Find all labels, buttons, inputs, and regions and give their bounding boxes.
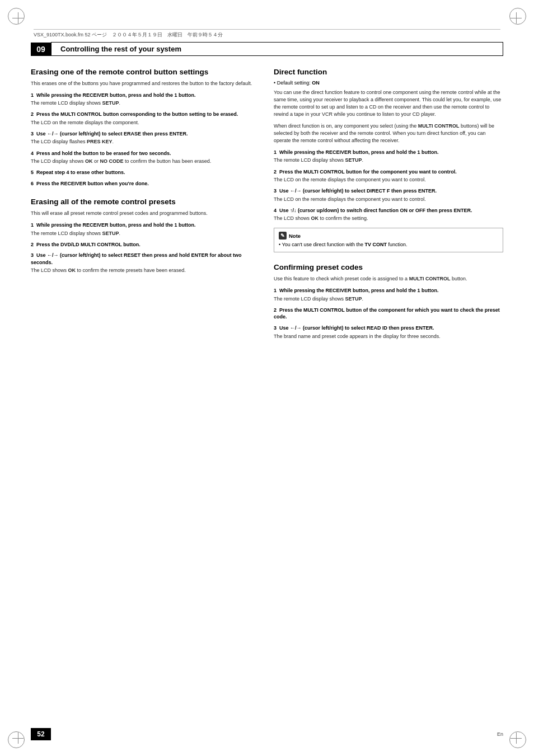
- step-1-5-header: 5 Repeat step 4 to erase other buttons.: [31, 169, 260, 176]
- right-step-2-3-header: 3 Use ←/→ (cursor left/right) to select …: [274, 325, 503, 332]
- right-step-2-1-body: The remote LCD display shows SETUP.: [274, 295, 503, 303]
- right-section2-intro: Use this feature to check which preset c…: [274, 275, 503, 283]
- reg-mark-tl: [12, 12, 24, 24]
- step-1-2-header: 2 Press the MULTI CONTROL button corresp…: [31, 111, 260, 118]
- step-1-4-header: 4 Press and hold the button to be erased…: [31, 150, 260, 157]
- chapter-number: 09: [31, 43, 51, 56]
- step-1-1-body: The remote LCD display shows SETUP.: [31, 100, 260, 107]
- note-body: • You can't use direct function with the…: [279, 241, 498, 248]
- note-box: ✎ Note • You can't use direct function w…: [274, 228, 503, 252]
- chapter-title: Controlling the rest of your system: [51, 42, 503, 56]
- step-2-2: 2 Press the DVD/LD MULTI CONTROL button.: [31, 241, 260, 248]
- reg-mark-br: [510, 732, 522, 744]
- file-info-text: VSX_9100TX.book.fm 52 ページ ２００４年５月１９日 水曜日…: [34, 32, 223, 37]
- right-column: Direct function • Default setting: ON Yo…: [274, 67, 503, 711]
- section1-title: Erasing one of the remote control button…: [31, 67, 260, 77]
- reg-mark-bl: [12, 732, 24, 744]
- right-step-1-3-header: 3 Use ←/→ (cursor left/right) to select …: [274, 187, 503, 195]
- right-section2-title: Confirming preset codes: [274, 262, 503, 273]
- step-1-3-body: The LCD display flashes PRES KEY.: [31, 138, 260, 145]
- section2-title: Erasing all of the remote control preset…: [31, 197, 260, 207]
- right-step-2-1-header: 1 While pressing the RECEIVER button, pr…: [274, 287, 503, 294]
- page-number: 52: [31, 728, 51, 740]
- reg-mark-tr: [510, 12, 522, 24]
- step-2-1-body: The remote LCD display shows SETUP.: [31, 230, 260, 237]
- note-icon: ✎: [279, 232, 287, 240]
- note-title: ✎ Note: [279, 232, 498, 240]
- meta-line: VSX_9100TX.book.fm 52 ページ ２００４年５月１９日 水曜日…: [34, 29, 500, 39]
- footer-language: En: [497, 731, 503, 737]
- step-2-1: 1 While pressing the RECEIVER button, pr…: [31, 222, 260, 237]
- right-step-1-4-header: 4 Use ↑/↓ (cursor up/down) to switch dir…: [274, 207, 503, 214]
- right-step-2-3: 3 Use ←/→ (cursor left/right) to select …: [274, 325, 503, 340]
- step-1-3-header: 3 Use ←/→ (cursor left/right) to select …: [31, 130, 260, 138]
- step-2-3-header: 3 Use ←/→ (cursor left/right) to select …: [31, 252, 260, 266]
- right-step-1-2-header: 2 Press the MULTI CONTROL button for the…: [274, 168, 503, 176]
- step-1-1-header: 1 While pressing the RECEIVER button, pr…: [31, 92, 260, 99]
- right-step-1-4-body: The LCD shows OK to confirm the setting.: [274, 215, 503, 222]
- right-section1-title: Direct function: [274, 67, 503, 77]
- right-step-1-1: 1 While pressing the RECEIVER button, pr…: [274, 149, 503, 165]
- right-step-1-4: 4 Use ↑/↓ (cursor up/down) to switch dir…: [274, 207, 503, 223]
- step-2-3-body: The LCD shows OK to confirm the remote p…: [31, 267, 260, 274]
- right-step-1-1-body: The remote LCD display shows SETUP.: [274, 157, 503, 164]
- right-step-1-1-header: 1 While pressing the RECEIVER button, pr…: [274, 149, 503, 156]
- step-2-3: 3 Use ←/→ (cursor left/right) to select …: [31, 252, 260, 274]
- right-step-1-3: 3 Use ←/→ (cursor left/right) to select …: [274, 187, 503, 203]
- section1-intro: This erases one of the buttons you have …: [31, 80, 260, 87]
- right-step-1-2: 2 Press the MULTI CONTROL button for the…: [274, 168, 503, 184]
- step-1-6-header: 6 Press the RECEIVER button when you're …: [31, 180, 260, 187]
- section2-intro: This will erase all preset remote contro…: [31, 210, 260, 217]
- right-step-1-2-body: The LCD on the remote displays the compo…: [274, 176, 503, 184]
- step-2-1-header: 1 While pressing the RECEIVER button, pr…: [31, 222, 260, 229]
- step-1-5: 5 Repeat step 4 to erase other buttons.: [31, 169, 260, 176]
- right-step-2-3-body: The brand name and preset code appears i…: [274, 333, 503, 340]
- step-1-6: 6 Press the RECEIVER button when you're …: [31, 180, 260, 187]
- step-1-2-body: The LCD on the remote displays the compo…: [31, 119, 260, 126]
- step-1-4: 4 Press and hold the button to be erased…: [31, 150, 260, 166]
- page-footer: 52 En: [31, 728, 503, 740]
- step-1-1: 1 While pressing the RECEIVER button, pr…: [31, 92, 260, 107]
- step-1-3: 3 Use ←/→ (cursor left/right) to select …: [31, 130, 260, 146]
- right-section1-intro2: When direct function is on, any componen…: [274, 123, 503, 144]
- step-1-4-body: The LCD display shows OK or NO CODE to c…: [31, 158, 260, 165]
- right-step-1-3-body: The LCD on the remote displays the compo…: [274, 196, 503, 203]
- right-section1-intro: You can use the direct function feature …: [274, 89, 503, 118]
- content-area: Erasing one of the remote control button…: [31, 67, 503, 711]
- left-column: Erasing one of the remote control button…: [31, 67, 260, 711]
- chapter-header: 09 Controlling the rest of your system: [31, 42, 503, 56]
- right-step-2-2-header: 2 Press the MULTI CONTROL button of the …: [274, 307, 503, 321]
- right-step-2-1: 1 While pressing the RECEIVER button, pr…: [274, 287, 503, 303]
- right-step-2-2: 2 Press the MULTI CONTROL button of the …: [274, 307, 503, 321]
- default-setting: • Default setting: ON: [274, 80, 503, 86]
- step-2-2-header: 2 Press the DVD/LD MULTI CONTROL button.: [31, 241, 260, 248]
- step-1-2: 2 Press the MULTI CONTROL button corresp…: [31, 111, 260, 126]
